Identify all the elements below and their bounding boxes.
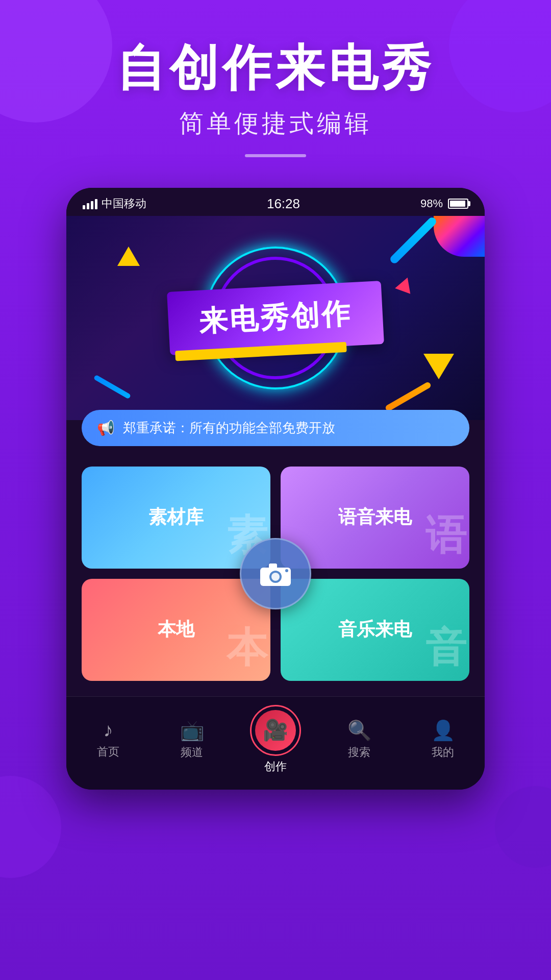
deco-triangle-yellow-right [423, 354, 454, 379]
app-background: 自创作来电秀 简单便捷式编辑 中国移动 16:28 98% [0, 0, 551, 980]
signal-bar-2 [87, 203, 89, 209]
notice-icon: 📢 [97, 420, 115, 436]
deco-triangle-red [395, 275, 415, 293]
deco-triangle-yellow [117, 247, 140, 266]
nav-item-home[interactable]: ♪ 首页 [75, 719, 141, 760]
btn-ghost-overlay-4: 音 [425, 621, 464, 676]
time-display: 16:28 [267, 196, 300, 212]
nav-item-search[interactable]: 🔍 搜索 [326, 719, 392, 760]
create-button-inner: 🎥 [255, 710, 296, 751]
channel-label: 频道 [181, 745, 203, 760]
search-icon: 🔍 [347, 719, 371, 742]
bottom-nav: ♪ 首页 📺 频道 🎥 创作 🔍 搜索 👤 我的 [66, 696, 485, 790]
deco-stripe-blue [389, 216, 438, 265]
btn-material-library[interactable]: 素 素材库 [82, 467, 270, 569]
battery-fill [450, 201, 465, 207]
battery-pct: 98% [420, 197, 443, 210]
create-button-ring: 🎥 [250, 705, 301, 756]
svg-point-4 [285, 569, 288, 572]
notice-text: 郑重承诺：所有的功能全部免费开放 [123, 419, 454, 437]
sub-title: 简单便捷式编辑 [0, 107, 551, 140]
btn-material-label: 素材库 [148, 505, 204, 530]
signal-bar-3 [91, 201, 93, 209]
svg-point-2 [271, 573, 280, 581]
grid-container: 素 素材库 语 语音来电 [82, 467, 469, 681]
title-underline [245, 154, 306, 157]
status-right: 98% [420, 197, 468, 210]
signal-bars [83, 198, 97, 209]
channel-icon: 📺 [180, 719, 204, 742]
profile-icon: 👤 [431, 719, 455, 742]
header-section: 自创作来电秀 简单便捷式编辑 [0, 0, 551, 157]
btn-music-label: 音乐来电 [338, 617, 412, 642]
banner-title-card: 来电秀创作 [167, 281, 384, 355]
create-label: 创作 [264, 759, 287, 774]
carrier-text: 中国移动 [102, 196, 146, 211]
phone-mockup: 中国移动 16:28 98% 来电秀创作 [66, 188, 485, 790]
status-bar: 中国移动 16:28 98% [66, 188, 485, 216]
deco-blob-bottom-left [0, 776, 61, 878]
grid-area: 素 素材库 语 语音来电 [66, 456, 485, 696]
btn-local[interactable]: 本 本地 [82, 579, 270, 681]
battery-icon [448, 199, 468, 209]
home-label: 首页 [97, 744, 119, 760]
btn-local-label: 本地 [158, 617, 194, 642]
phone-banner: 来电秀创作 [66, 216, 485, 420]
deco-blob-bottom-right [495, 786, 551, 868]
btn-ghost-overlay-2: 语 [425, 508, 464, 564]
main-title: 自创作来电秀 [0, 41, 551, 95]
home-icon: ♪ [104, 719, 113, 741]
camera-icon [258, 558, 293, 589]
signal-bar-4 [95, 199, 97, 209]
btn-voice-call[interactable]: 语 语音来电 [281, 467, 469, 569]
nav-item-channel[interactable]: 📺 频道 [159, 719, 225, 760]
btn-ghost-overlay-3: 本 [227, 621, 265, 676]
deco-stripe-blue2 [93, 374, 131, 399]
banner-title-text: 来电秀创作 [198, 295, 353, 341]
status-left: 中国移动 [83, 196, 146, 211]
search-label: 搜索 [348, 745, 370, 760]
create-icon: 🎥 [263, 718, 288, 742]
btn-voice-label: 语音来电 [338, 505, 412, 530]
signal-bar-1 [83, 205, 85, 209]
color-splash [434, 216, 485, 257]
profile-label: 我的 [432, 745, 454, 760]
svg-rect-3 [269, 564, 277, 569]
notice-bar: 📢 郑重承诺：所有的功能全部免费开放 [82, 410, 469, 446]
nav-item-create[interactable]: 🎥 创作 [242, 705, 309, 774]
nav-item-profile[interactable]: 👤 我的 [410, 719, 476, 760]
btn-music-call[interactable]: 音 音乐来电 [281, 579, 469, 681]
camera-fab-button[interactable] [240, 538, 311, 609]
deco-stripe-orange [385, 381, 432, 411]
